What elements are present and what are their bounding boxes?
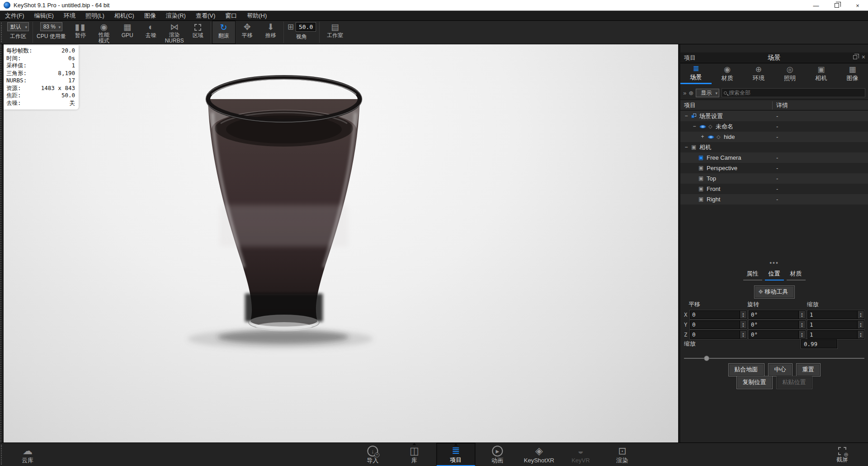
realtime-viewport[interactable]: 每秒帧数:20.0 时间:0s 采样值:1 三角形:8,190 NURBS:17…: [4, 44, 678, 442]
tab-camera[interactable]: ▣ 相机: [806, 63, 837, 84]
rotate-x-field[interactable]: 0°▴▾: [749, 310, 806, 319]
translate-y-field[interactable]: 0▴▾: [690, 320, 747, 329]
panel-hsplitter[interactable]: •••: [680, 261, 868, 265]
close-button[interactable]: ×: [847, 0, 868, 11]
menu-help[interactable]: 帮助(H): [242, 11, 272, 21]
panel-close-icon[interactable]: ×: [862, 54, 865, 60]
tree-row-front[interactable]: ▣ Front -: [680, 184, 868, 194]
restore-button[interactable]: [826, 0, 847, 11]
expand-filters-icon[interactable]: »: [683, 90, 686, 96]
denoise-button[interactable]: ◐ 去噪: [139, 21, 163, 44]
gpu-mode-button[interactable]: ▦ GPU: [116, 21, 139, 44]
copy-position-button[interactable]: 复制位置: [737, 376, 772, 389]
spinner[interactable]: ▴▾: [857, 321, 864, 328]
pause-button[interactable]: ▮▮ 暂停: [69, 21, 92, 44]
menubar: 文件(F) 编辑(E) 环境 照明(L) 相机(C) 图像 渲染(R) 查看(V…: [0, 11, 868, 21]
tree-row-unnamed[interactable]: − ◇ 未命名 -: [680, 121, 868, 132]
minimize-button[interactable]: —: [806, 0, 826, 11]
menu-render[interactable]: 渲染(R): [161, 11, 191, 21]
spinner[interactable]: ▴▾: [740, 311, 746, 319]
expander-icon[interactable]: −: [684, 142, 689, 152]
menu-environment[interactable]: 环境: [59, 11, 80, 21]
pan-button[interactable]: ✥ 平移: [236, 21, 259, 44]
subtab-properties[interactable]: 属性: [743, 269, 762, 281]
spinner[interactable]: ▴▾: [740, 321, 746, 328]
subtab-material[interactable]: 材质: [787, 269, 806, 281]
tree-row-hide[interactable]: + ◇ hide -: [680, 132, 868, 142]
region-button[interactable]: 区域: [186, 21, 210, 44]
undock-icon[interactable]: [853, 55, 857, 59]
spinner[interactable]: ▴▾: [798, 331, 805, 338]
visibility-eye-icon[interactable]: [708, 135, 714, 139]
tree-row-cameras-group[interactable]: − ▣ 相机: [680, 142, 868, 152]
rotate-y-field[interactable]: 0°▴▾: [749, 320, 806, 329]
scale-y-field[interactable]: 1▴▾: [807, 320, 864, 329]
performance-mode-button[interactable]: ◉ 性能 模式: [92, 21, 116, 44]
project-button[interactable]: ≣ 项目: [436, 443, 475, 466]
center-button[interactable]: 中心: [769, 364, 792, 376]
panel-header[interactable]: 项目 场景 ×: [680, 52, 868, 63]
tree-row-top[interactable]: ▣ Top -: [680, 173, 868, 184]
spinner[interactable]: ▴▾: [740, 331, 746, 338]
scale-z-field[interactable]: 1▴▾: [807, 330, 864, 339]
menu-window[interactable]: 窗口: [220, 11, 242, 21]
menu-image[interactable]: 图像: [139, 11, 161, 21]
rotate-z-field[interactable]: 0°▴▾: [749, 330, 806, 339]
spinner[interactable]: ▴▾: [857, 311, 864, 319]
fov-value-field[interactable]: 50.0: [296, 23, 316, 31]
spinner[interactable]: ▴▾: [857, 331, 864, 338]
tab-environment[interactable]: ⊕ 环境: [743, 63, 774, 84]
uniform-scale-value-field[interactable]: 0.99: [801, 339, 837, 348]
expander-icon[interactable]: +: [700, 132, 705, 142]
keyvr-button[interactable]: ◒ KeyVR: [561, 443, 600, 466]
translate-x-field[interactable]: 0▴▾: [690, 310, 747, 319]
spinner[interactable]: ▴▾: [798, 321, 805, 328]
cpu-usage-dropdown[interactable]: 83 %: [40, 22, 62, 31]
tab-scene[interactable]: ≣ 场景: [680, 63, 712, 84]
library-button[interactable]: ◫ 库: [395, 443, 434, 466]
snap-to-ground-button[interactable]: 贴合地面: [729, 364, 764, 376]
paste-position-button[interactable]: 粘贴位置: [777, 376, 812, 389]
tab-lighting[interactable]: ◎ 照明: [774, 63, 806, 84]
dolly-button[interactable]: ⬇ 推移: [259, 21, 283, 44]
render-nurbs-button[interactable]: ⋈ 渲染 NURBS: [163, 21, 186, 44]
scene-search-input[interactable]: [729, 90, 863, 96]
viewport-drag-handle[interactable]: [0, 44, 2, 442]
menu-view[interactable]: 查看(V): [191, 11, 220, 21]
import-button[interactable]: ↓+ 导入: [353, 443, 392, 466]
move-tool-button[interactable]: ✥移动工具: [754, 286, 794, 298]
tree-row-scene-settings[interactable]: − 场景设置 -: [680, 111, 868, 121]
tree-row-free-camera[interactable]: ▣ Free Camera -: [680, 152, 868, 163]
camera-icon: ▣: [691, 142, 696, 152]
menu-camera[interactable]: 相机(C): [109, 11, 139, 21]
expander-icon[interactable]: −: [684, 111, 689, 121]
ribbon-drag-handle[interactable]: [1, 445, 3, 465]
tree-row-right[interactable]: ▣ Right -: [680, 194, 868, 204]
translate-z-field[interactable]: 0▴▾: [690, 330, 747, 339]
keyshotxr-button[interactable]: ◈ KeyShotXR: [519, 443, 558, 466]
expander-icon[interactable]: −: [692, 121, 697, 132]
uniform-scale-slider[interactable]: [684, 356, 864, 361]
subtab-position[interactable]: 位置: [765, 269, 784, 281]
reset-button[interactable]: 重置: [797, 364, 820, 376]
tree-row-perspective[interactable]: ▣ Perspective -: [680, 163, 868, 173]
menu-lighting[interactable]: 照明(L): [80, 11, 109, 21]
add-model-set-icon[interactable]: ⊕: [689, 90, 693, 96]
screenshot-button[interactable]: ⊕ 截屏: [823, 443, 862, 466]
tumble-button[interactable]: ↻ 翻滚: [212, 21, 236, 44]
menu-edit[interactable]: 编辑(E): [29, 11, 59, 21]
visibility-eye-icon[interactable]: [699, 125, 706, 128]
menu-file[interactable]: 文件(F): [0, 11, 29, 21]
toolbar-drag-handle[interactable]: [1, 23, 4, 42]
display-filter-dropdown[interactable]: 显示: [696, 89, 719, 97]
slider-thumb[interactable]: [704, 356, 709, 361]
render-button[interactable]: ⊡ 渲染: [603, 443, 642, 466]
tab-material[interactable]: ◉ 材质: [712, 63, 743, 84]
tab-image[interactable]: ▦ 图像: [837, 63, 868, 84]
animation-button[interactable]: ▶ 动画: [478, 443, 517, 466]
spinner[interactable]: ▴▾: [798, 311, 805, 319]
workspace-dropdown[interactable]: 默认: [7, 22, 29, 31]
cloud-library-button[interactable]: ☁ 云库: [8, 443, 47, 466]
scale-x-field[interactable]: 1▴▾: [807, 310, 864, 319]
studio-button[interactable]: ▤ 工作室: [321, 21, 349, 44]
